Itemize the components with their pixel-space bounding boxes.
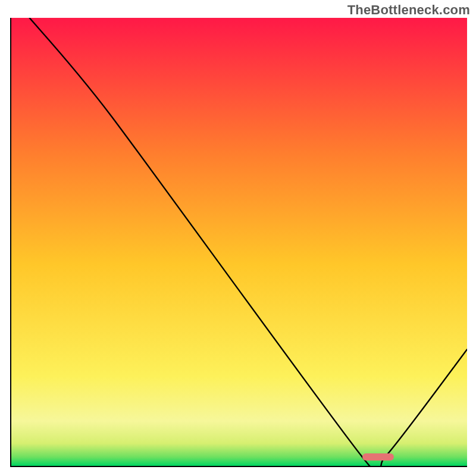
watermark-text: TheBottleneck.com [347, 2, 470, 18]
optimal-marker [362, 453, 394, 461]
plot-area [10, 18, 467, 467]
chart-frame: TheBottleneck.com [0, 0, 476, 476]
bottleneck-curve [11, 18, 467, 466]
